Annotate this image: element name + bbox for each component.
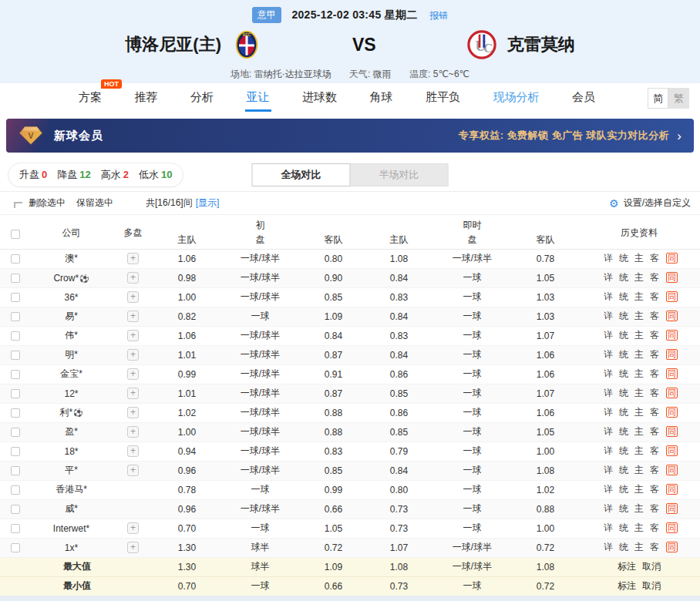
expand-odds-button[interactable]: + [127,311,139,322]
history-link-同[interactable]: 同 [666,426,678,437]
history-link-客[interactable]: 客 [650,522,659,533]
history-link-统[interactable]: 统 [619,291,628,302]
history-link-详[interactable]: 详 [604,272,613,283]
expand-odds-button[interactable]: + [127,407,139,418]
tab-分析[interactable]: 分析 [189,84,215,112]
row-checkbox[interactable] [11,370,20,379]
history-link-同[interactable]: 同 [666,311,678,321]
expand-odds-button[interactable]: + [127,522,139,534]
history-link-统[interactable]: 统 [619,407,628,418]
history-link-主[interactable]: 主 [634,465,644,475]
show-link[interactable]: [显示] [196,196,220,210]
history-link-同[interactable]: 同 [666,407,678,418]
history-link-统[interactable]: 统 [619,484,628,495]
delete-selected-link[interactable]: 删除选中 [29,196,66,210]
row-checkbox[interactable] [11,466,20,475]
history-link-同[interactable]: 同 [666,503,678,514]
history-link-详[interactable]: 详 [604,484,613,495]
history-link-统[interactable]: 统 [619,465,628,475]
history-link-统[interactable]: 统 [619,253,628,264]
expand-odds-button[interactable]: + [127,368,139,380]
history-link-统[interactable]: 统 [619,542,628,552]
row-checkbox[interactable] [11,274,20,283]
history-link-主[interactable]: 主 [634,542,644,552]
history-link-统[interactable]: 统 [619,272,628,283]
history-link-同[interactable]: 同 [666,388,678,398]
history-link-详[interactable]: 详 [604,465,613,475]
full-match-toggle[interactable]: 全场对比 [252,163,351,186]
lang-simplified-button[interactable]: 简 [648,88,668,109]
row-checkbox[interactable] [11,254,20,264]
row-checkbox[interactable] [11,447,20,456]
history-link-主[interactable]: 主 [634,426,644,437]
row-checkbox[interactable] [11,408,20,418]
history-link-主[interactable]: 主 [634,484,644,495]
row-checkbox[interactable] [11,351,20,360]
history-link-同[interactable]: 同 [666,445,678,456]
history-link-主[interactable]: 主 [634,311,644,321]
history-link-同[interactable]: 同 [666,484,678,495]
expand-odds-button[interactable]: + [127,542,139,553]
history-link-同[interactable]: 同 [666,465,678,475]
history-link-统[interactable]: 统 [619,349,628,360]
row-checkbox[interactable] [11,428,20,437]
history-link-详[interactable]: 详 [604,503,613,514]
history-link-客[interactable]: 客 [650,388,659,398]
tab-推荐[interactable]: 推荐 [133,84,160,112]
tab-角球[interactable]: 角球 [369,84,395,112]
history-link-详[interactable]: 详 [604,426,613,437]
history-link-客[interactable]: 客 [650,542,659,552]
history-link-客[interactable]: 客 [650,426,659,437]
history-link-同[interactable]: 同 [666,330,678,341]
history-link-主[interactable]: 主 [634,349,644,360]
row-checkbox[interactable] [11,524,20,533]
action-取消[interactable]: 取消 [642,561,661,572]
history-link-同[interactable]: 同 [666,272,678,283]
history-link-主[interactable]: 主 [634,503,644,514]
history-link-主[interactable]: 主 [634,388,644,398]
history-link-客[interactable]: 客 [650,272,659,283]
tab-进球数[interactable]: 进球数 [301,84,338,112]
history-link-主[interactable]: 主 [634,368,644,379]
expand-odds-button[interactable]: + [127,291,139,303]
history-link-统[interactable]: 统 [619,445,628,456]
history-link-同[interactable]: 同 [666,542,678,552]
half-match-toggle[interactable]: 半场对比 [350,163,449,186]
expand-odds-button[interactable]: + [127,330,139,341]
league-badge[interactable]: 意甲 [252,7,281,23]
expand-odds-button[interactable]: + [127,465,139,476]
history-link-统[interactable]: 统 [619,388,628,398]
expand-odds-button[interactable]: + [127,272,139,284]
history-link-详[interactable]: 详 [604,368,613,379]
history-link-详[interactable]: 详 [604,522,613,533]
row-checkbox[interactable] [11,505,20,514]
history-link-主[interactable]: 主 [634,445,644,456]
history-link-详[interactable]: 详 [604,388,613,398]
history-link-主[interactable]: 主 [634,522,644,533]
history-link-统[interactable]: 统 [619,503,628,514]
history-link-详[interactable]: 详 [604,311,613,321]
row-checkbox[interactable] [11,543,20,552]
history-link-统[interactable]: 统 [619,426,628,437]
row-checkbox[interactable] [11,485,20,495]
history-link-客[interactable]: 客 [650,253,659,264]
history-link-详[interactable]: 详 [604,407,613,418]
keep-selected-link[interactable]: 保留选中 [76,196,113,210]
history-link-同[interactable]: 同 [666,349,678,360]
row-checkbox[interactable] [11,389,20,398]
history-link-主[interactable]: 主 [634,291,644,302]
history-link-同[interactable]: 同 [666,522,678,533]
history-link-详[interactable]: 详 [604,291,613,302]
history-link-详[interactable]: 详 [604,445,613,456]
report-error-link[interactable]: 报错 [429,10,448,21]
action-标注[interactable]: 标注 [618,580,636,591]
row-checkbox[interactable] [11,331,20,341]
history-link-同[interactable]: 同 [666,368,678,379]
history-link-客[interactable]: 客 [650,503,659,514]
history-link-统[interactable]: 统 [619,311,628,321]
history-link-主[interactable]: 主 [634,253,644,264]
history-link-客[interactable]: 客 [650,407,659,418]
history-link-详[interactable]: 详 [604,542,613,552]
row-checkbox[interactable] [11,293,20,302]
expand-odds-button[interactable]: + [127,426,139,438]
